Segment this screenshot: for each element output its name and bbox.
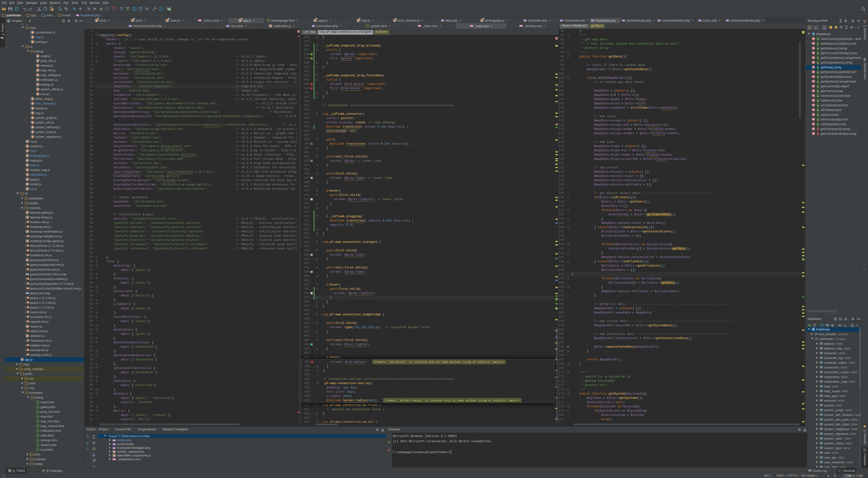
line-number[interactable]: 12 <box>85 76 93 80</box>
breadcrumb-chip[interactable]: &:hover <box>374 30 389 35</box>
fold-start-icon[interactable] <box>95 328 98 331</box>
menu-tools[interactable]: Tools <box>70 0 80 6</box>
project-tree-item-fonts[interactable]: fonts <box>5 381 84 386</box>
chevron-collapsed-icon[interactable] <box>816 456 818 458</box>
code-line[interactable]: will-change: all; <box>315 129 357 133</box>
project-tree-item-require.js[interactable]: JS require.js <box>5 324 84 329</box>
tab-close-icon[interactable]: × <box>545 24 546 28</box>
horizontal-scrollbar-thumb[interactable] <box>315 423 338 425</box>
line-number[interactable]: 20 <box>85 110 93 114</box>
structure-sortvis-button[interactable] <box>807 25 812 30</box>
line-number[interactable]: 122 <box>559 165 564 170</box>
code-line[interactable]: exports: 'bootbox' <box>99 400 153 405</box>
line-number[interactable]: 91 <box>559 33 564 37</box>
fold-start-icon[interactable] <box>95 410 98 412</box>
todo-file-cortex.php[interactable]: php cortex.php <box>97 438 385 442</box>
todo-view-Current-File[interactable]: Current File <box>115 427 131 431</box>
code-line[interactable]: templates: '../public/templates', // tem… <box>99 85 263 89</box>
stripe-marker[interactable] <box>802 255 804 256</box>
code-line[interactable]: } <box>315 412 324 416</box>
code-line[interactable]: .pf-map-connection-overlay{ <box>316 381 372 385</box>
fold-end-icon[interactable] <box>95 256 98 258</box>
project-tree-item-jquery-1.11.2.min.js[interactable]: 1001JS jquery-1.11.2.min.js <box>5 296 84 300</box>
code-line[interactable]: mustache: 'lib/mustache.min', // v1.0.0 … <box>99 72 301 76</box>
status-line-ending[interactable]: CRLF <box>776 474 786 477</box>
line-number[interactable]: 174 <box>559 387 564 392</box>
line-number[interactable]: 407 <box>301 347 309 351</box>
code-line[interactable]: * -> this includes system and connection… <box>572 42 680 46</box>
line-number[interactable]: 116 <box>559 140 564 144</box>
code-line[interactable]: break; <box>572 417 612 421</box>
tab-close-icon[interactable]: × <box>293 24 294 28</box>
database-more-icon[interactable]: » <box>856 323 860 327</box>
database-table-system[interactable]: system: table <box>806 403 861 408</box>
project-tree-item-map_settings.js[interactable]: JS map_settings.js <box>5 73 84 77</box>
fold-start-icon[interactable] <box>567 34 569 36</box>
project-tree-item-page.js[interactable]: JS page.js <box>5 177 84 182</box>
line-number[interactable]: 353 <box>301 116 309 121</box>
code-line[interactable]: } <box>572 217 603 221</box>
todo-expand-all-icon[interactable] <box>92 435 96 439</box>
code-line[interactable]: 'pnotify.reference': 'lib/pnotify/pnotif… <box>99 247 301 251</box>
line-number[interactable]: 99 <box>559 67 564 72</box>
code-line[interactable]: fullScreen: 'lib/jquery.fullscreen.min',… <box>99 157 301 161</box>
remote-stripe-icon[interactable] <box>863 58 867 61</box>
chevron-collapsed-icon[interactable] <box>816 451 818 454</box>
line-number[interactable]: 58 <box>85 272 93 277</box>
fold-start-icon[interactable] <box>95 34 98 36</box>
toolbar-save-button[interactable] <box>8 6 12 11</box>
line-number[interactable]: 109 <box>559 110 564 114</box>
code-line[interactable]: deps: ['jquery'] <box>99 281 150 285</box>
database-panel-pin-right-icon[interactable] <box>857 317 860 321</box>
chevron-collapsed-icon[interactable] <box>816 366 818 369</box>
tool-button-Terminal[interactable]: >_Terminal <box>836 468 857 474</box>
line-number[interactable]: 144 <box>559 259 564 264</box>
line-number[interactable]: 67 <box>85 311 93 315</box>
line-number[interactable]: 421 <box>301 407 309 412</box>
structure-collapse2-icon[interactable] <box>850 25 854 29</box>
code-line[interactable]: velocity: { <box>99 277 133 281</box>
stripe-marker[interactable] <box>555 303 558 305</box>
line-number[interactable]: 49 <box>85 234 93 238</box>
line-number[interactable]: 388 <box>301 265 309 270</box>
code-line[interactable]: } <box>315 274 328 278</box>
vertical-scrollbar[interactable] <box>299 29 300 422</box>
line-number[interactable]: 96 <box>559 55 564 59</box>
line-number[interactable]: 181 <box>559 417 564 421</box>
code-line[interactable]: datatablesBootstrap: 'lib/datatables/dat… <box>99 110 301 114</box>
code-line[interactable]: * search for a system by id <box>572 375 630 379</box>
line-number[interactable]: 63 <box>85 293 93 298</box>
code-line[interactable]: $mapData->access = (object) []; <box>572 170 650 174</box>
code-line[interactable]: if($this->isPrivate()){ <box>572 195 636 200</box>
project-tree-item-bootstrap-editable.min.js[interactable]: 1001JS bootstrap-editable.min.js <box>5 234 84 239</box>
code-line[interactable]: $corporationData[] = $corporation->getDa… <box>572 247 690 251</box>
stripe-marker[interactable] <box>802 329 804 331</box>
todo-file-dataTables.responsive.js[interactable]: JS dataTables.responsive.js <box>97 453 385 457</box>
code-line[interactable]: } <box>315 206 328 210</box>
code-line[interactable]: svg.pf-map-connection-wh-eol { <box>315 420 377 422</box>
structure-panel-expand-icon[interactable] <box>839 19 842 23</box>
code-line[interactable]: bootstrapConfirmation: 'lib/bootstrap-co… <box>99 187 301 191</box>
code-line[interactable]: $mapData->access->corporation = $corpora… <box>572 255 690 259</box>
structure-sortaz-button[interactable]: az <box>813 25 819 30</box>
code-line[interactable]: // map scope <box>572 114 616 119</box>
code-line[interactable]: $mapData->scope->id = $this->scopeId->id… <box>572 123 669 127</box>
tool-button-project[interactable]: 1: Project <box>1 23 4 35</box>
code-line[interactable]: deps: ['datatables'] <box>99 357 157 362</box>
line-number[interactable]: 180 <box>559 413 564 417</box>
database-table-corporation_map[interactable]: corporation_map: table <box>806 379 861 384</box>
fold-start-icon[interactable] <box>95 380 98 382</box>
code-line[interactable]: paths: { <box>99 42 121 46</box>
project-tree-item-gallery.html[interactable]: h gallery.html <box>5 405 84 410</box>
project-locate-icon[interactable] <box>62 19 65 23</box>
chevron-expanded-icon[interactable] <box>22 27 24 28</box>
code-line[interactable]: datatablesResponsive: { <box>99 353 155 357</box>
breadcrumb-pathfinder[interactable]: pathfinder <box>2 12 21 18</box>
tool-button-6-TODO[interactable]: 6: TODO <box>6 468 27 474</box>
todo-file-system_signature.js[interactable]: JS system_signature.js <box>97 450 385 454</box>
code-line[interactable]: deps: ['datatables'] <box>99 370 157 375</box>
code-line[interactable]: // no cached map data found <box>572 80 643 85</box>
code-line[interactable]: &._jsPlumb_dragging{ <box>315 214 363 219</box>
structure-item-getCharacters[interactable]: m getCharacters():array <box>806 127 861 131</box>
code-line[interactable]: datatablesResponsive: 'lib/datatables/ex… <box>99 114 301 119</box>
